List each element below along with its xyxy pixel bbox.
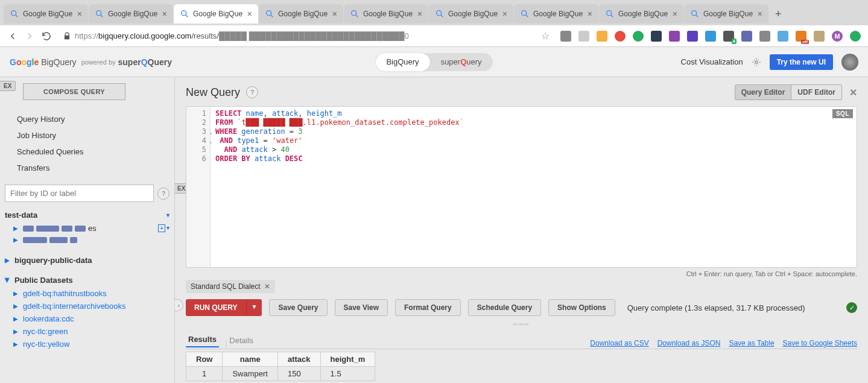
try-new-ui-button[interactable]: Try the new UI: [770, 54, 833, 70]
new-tab-button[interactable]: +: [769, 5, 788, 23]
expand-icon[interactable]: ▶: [13, 328, 18, 335]
ext-icon[interactable]: [578, 31, 589, 42]
ext-icon[interactable]: [850, 31, 861, 42]
close-icon[interactable]: ×: [758, 9, 762, 19]
ext-icon[interactable]: [651, 31, 662, 42]
compose-query-button[interactable]: COMPOSE QUERY: [23, 83, 125, 100]
toggle-superquery[interactable]: superQuery: [430, 53, 493, 71]
close-icon[interactable]: ×: [417, 9, 422, 19]
dataset-row[interactable]: ▶ es +▾: [5, 222, 169, 235]
project-test-data[interactable]: test-data▾: [5, 208, 169, 222]
browser-tab[interactable]: Google BigQue×: [174, 4, 258, 24]
results-tab[interactable]: Results: [186, 332, 219, 347]
close-icon[interactable]: ×: [332, 9, 337, 19]
browser-tab[interactable]: Google BigQue×: [429, 4, 513, 24]
expand-icon[interactable]: ▶: [13, 225, 18, 232]
sidebar: EX COMPOSE QUERY Query History Job Histo…: [0, 77, 175, 383]
public-dataset-row[interactable]: ▶nyc-tlc:green: [5, 325, 169, 338]
ext-icon[interactable]: [687, 31, 698, 42]
save-view-button[interactable]: Save View: [335, 299, 388, 316]
drag-handle-icon[interactable]: ═══: [186, 321, 857, 328]
expand-icon[interactable]: ▶: [13, 315, 18, 322]
query-editor-tab[interactable]: Query Editor: [735, 84, 792, 100]
ext-icon[interactable]: 4: [723, 31, 734, 42]
download-json-link[interactable]: Download as JSON: [657, 339, 721, 347]
browser-tab[interactable]: Google BigQue×: [89, 4, 173, 24]
ext-icon[interactable]: [741, 31, 752, 42]
browser-tab[interactable]: Google BigQue×: [599, 4, 683, 24]
cost-visualization-link[interactable]: Cost Visualization: [681, 57, 743, 66]
reload-icon[interactable]: [41, 31, 52, 42]
star-icon[interactable]: ☆: [541, 30, 550, 42]
chevron-down-icon[interactable]: ▾: [166, 212, 169, 218]
collapse-icon[interactable]: ▶: [4, 278, 11, 283]
close-icon[interactable]: ×: [247, 9, 252, 19]
expand-icon[interactable]: ▶: [13, 290, 18, 297]
details-tab[interactable]: Details: [227, 334, 256, 347]
add-icon[interactable]: +: [158, 224, 165, 232]
toggle-bigquery[interactable]: BigQuery: [375, 53, 429, 71]
gear-icon[interactable]: [752, 57, 761, 67]
ext-icon[interactable]: [705, 31, 716, 42]
save-query-button[interactable]: Save Query: [269, 299, 327, 316]
run-query-button[interactable]: RUN QUERY: [186, 299, 246, 316]
download-csv-link[interactable]: Download as CSV: [590, 339, 648, 347]
expand-icon[interactable]: ▶: [13, 303, 18, 309]
expand-icon[interactable]: ▶: [13, 341, 18, 347]
udf-editor-tab[interactable]: UDF Editor: [791, 84, 842, 100]
ext-icon[interactable]: [597, 31, 607, 42]
ext-icon[interactable]: [669, 31, 680, 42]
dataset-row[interactable]: ▶: [5, 235, 169, 245]
ext-icon[interactable]: [633, 31, 644, 42]
expand-icon[interactable]: ▶: [5, 257, 10, 264]
close-icon[interactable]: ×: [502, 9, 507, 19]
url-bar[interactable]: https://bigquery.cloud.google.com/result…: [58, 30, 554, 42]
back-icon[interactable]: [7, 31, 18, 42]
profile-avatar-icon[interactable]: M: [832, 31, 843, 42]
browser-tab[interactable]: Google BigQue×: [259, 4, 343, 24]
public-dataset-row[interactable]: ▶nyc-tlc:yellow: [5, 338, 169, 350]
sidebar-link-query-history[interactable]: Query History: [17, 111, 169, 127]
sidebar-link-transfers[interactable]: Transfers: [17, 160, 169, 176]
save-to-sheets-link[interactable]: Save to Google Sheets: [783, 339, 857, 347]
ext-icon[interactable]: [560, 31, 571, 42]
close-icon[interactable]: ✕: [849, 87, 857, 98]
show-options-button[interactable]: Show Options: [548, 299, 615, 316]
sql-editor[interactable]: 123▾4▾56 SELECT name, attack, height_m F…: [186, 106, 857, 268]
expand-icon[interactable]: ▶: [13, 236, 18, 243]
public-dataset-row[interactable]: ▶gdelt-bq:hathitrustbooks: [5, 287, 169, 300]
forward-icon[interactable]: [24, 31, 35, 42]
collapse-sidebar-handle[interactable]: ‹: [175, 299, 183, 311]
browser-tab[interactable]: Google BigQue×: [684, 4, 768, 24]
sql-code[interactable]: SELECT name, attack, height_m FROM `t███…: [211, 107, 857, 267]
sidebar-link-scheduled-queries[interactable]: Scheduled Queries: [17, 144, 169, 160]
user-avatar[interactable]: [841, 54, 858, 71]
close-icon[interactable]: ×: [162, 9, 167, 19]
filter-input[interactable]: [5, 185, 154, 202]
ext-icon[interactable]: off: [796, 31, 806, 42]
schedule-query-button[interactable]: Schedule Query: [468, 299, 541, 316]
help-icon[interactable]: ?: [246, 86, 258, 98]
public-dataset-row[interactable]: ▶gdelt-bq:internetarchivebooks: [5, 300, 169, 312]
format-query-button[interactable]: Format Query: [395, 299, 461, 316]
sidebar-link-job-history[interactable]: Job History: [17, 127, 169, 144]
chevron-down-icon[interactable]: ▾: [166, 224, 169, 232]
ext-icon[interactable]: [814, 31, 825, 42]
public-dataset-row[interactable]: ▶lookerdata:cdc: [5, 312, 169, 325]
run-query-dropdown[interactable]: ▼: [246, 299, 262, 316]
project-public-datasets[interactable]: ▶Public Datasets: [5, 273, 169, 287]
help-icon[interactable]: ?: [157, 188, 169, 200]
browser-tab[interactable]: Google BigQue×: [344, 4, 428, 24]
browser-tab[interactable]: Google BigQue×: [4, 4, 88, 24]
project-bigquery-public-data[interactable]: ▶bigquery-public-data: [5, 253, 169, 267]
chip-close-icon[interactable]: ✕: [264, 282, 270, 291]
ext-icon[interactable]: [615, 31, 626, 42]
logo[interactable]: Google BigQuery powered by superQQuery: [10, 57, 172, 67]
close-icon[interactable]: ×: [588, 9, 592, 19]
ext-icon[interactable]: [778, 31, 788, 42]
browser-tab[interactable]: Google BigQue×: [514, 4, 598, 24]
close-icon[interactable]: ×: [673, 9, 677, 19]
save-as-table-link[interactable]: Save as Table: [729, 339, 774, 347]
ext-icon[interactable]: [759, 31, 770, 42]
close-icon[interactable]: ×: [77, 9, 82, 19]
